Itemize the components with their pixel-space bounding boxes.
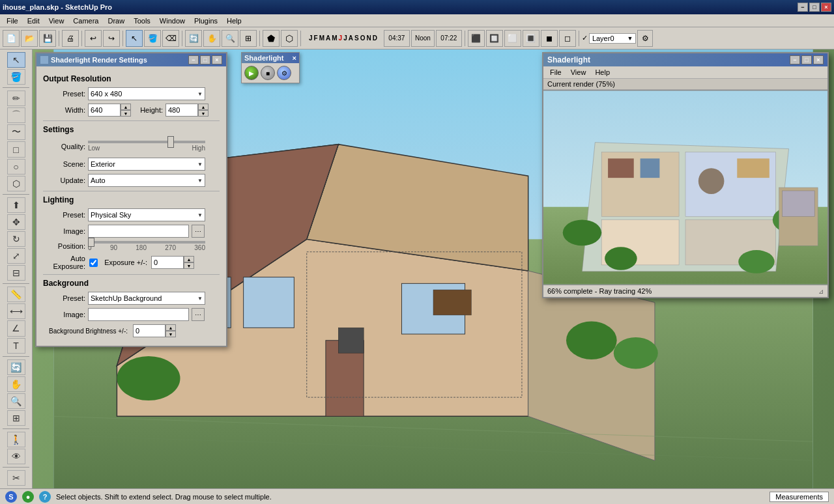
bg-brightness-input[interactable] (133, 324, 165, 337)
tool-look[interactable]: 👁 (7, 449, 25, 464)
exposure-spinner[interactable]: ▲ ▼ (151, 256, 194, 269)
toolbar-orbit[interactable]: 🔄 (185, 30, 202, 47)
tool-protractor[interactable]: ∠ (7, 320, 25, 336)
tool-scale[interactable]: ⤢ (7, 248, 25, 264)
shaderlight-mini-close-btn[interactable]: × (293, 54, 296, 62)
render-settings-title[interactable]: Shaderlight Render Settings − □ × (36, 53, 226, 66)
tool-circle[interactable]: ○ (7, 159, 25, 175)
render-window-max-btn[interactable]: □ (801, 55, 812, 64)
preset-select[interactable]: 640 x 480 800 x 600 1024 x 768 Custom (88, 87, 205, 100)
month-N[interactable]: N (366, 35, 371, 42)
month-A2[interactable]: A (349, 35, 353, 42)
menu-plugins[interactable]: Plugins (190, 16, 222, 26)
month-F[interactable]: F (314, 35, 318, 42)
menu-draw[interactable]: Draw (104, 16, 128, 26)
tool-polygon[interactable]: ⬡ (7, 176, 25, 191)
bg-brightness-down-btn[interactable]: ▼ (165, 331, 176, 337)
toolbar-eraser[interactable]: ⌫ (162, 30, 179, 47)
tool-rect[interactable]: □ (7, 141, 25, 157)
quality-slider-track[interactable] (88, 141, 205, 143)
title-bar-controls[interactable]: − □ × (798, 3, 831, 12)
toolbar-open[interactable]: 📂 (21, 30, 38, 47)
position-slider-track[interactable] (88, 241, 205, 244)
tool-paint[interactable]: 🪣 (7, 69, 25, 85)
width-up-btn[interactable]: ▲ (121, 104, 131, 110)
menu-camera[interactable]: Camera (69, 16, 102, 26)
bg-image-browse-btn[interactable]: ⋯ (192, 308, 205, 321)
render-settings-min-btn[interactable]: − (188, 55, 199, 64)
lighting-preset-select[interactable]: Physical Sky Artificial Lights HDR Image (88, 208, 205, 221)
toolbar-scene-btn[interactable]: ⚙ (637, 30, 653, 47)
height-up-btn[interactable]: ▲ (198, 104, 208, 110)
tool-text[interactable]: T (7, 338, 25, 354)
shaderlight-settings-btn[interactable]: ⚙ (277, 66, 291, 80)
rw-menu-view[interactable]: View (567, 68, 590, 77)
toolbar-views2[interactable]: 🔲 (486, 30, 503, 47)
layer-selector[interactable]: Layer0 ▼ (589, 33, 637, 44)
tool-walkthrough[interactable]: 🚶 (7, 432, 25, 447)
exposure-input[interactable] (151, 256, 184, 269)
bg-image-input[interactable] (88, 308, 189, 321)
tool-freehand[interactable]: 〜 (7, 124, 25, 140)
auto-exposure-checkbox[interactable] (89, 259, 98, 267)
preset-select-wrapper[interactable]: 640 x 480 800 x 600 1024 x 768 Custom (88, 87, 205, 100)
scene-select-wrapper[interactable]: Exterior Interior (88, 158, 205, 171)
tool-tape[interactable]: 📏 (7, 287, 25, 302)
lighting-image-browse-btn[interactable]: ⋯ (192, 225, 205, 238)
bg-brightness-spinner[interactable]: ▲ ▼ (133, 324, 176, 337)
position-slider-container[interactable]: 0 90 180 270 360 (88, 241, 205, 251)
width-spinner[interactable]: ▲ ▼ (88, 104, 131, 117)
menu-edit[interactable]: Edit (23, 16, 44, 26)
month-J2[interactable]: J (339, 35, 343, 42)
toolbar-paint[interactable]: 🪣 (144, 30, 161, 47)
toolbar-new[interactable]: 📄 (3, 30, 20, 47)
toolbar-save[interactable]: 💾 (39, 30, 56, 47)
toolbar-render-btn2[interactable]: ⬡ (281, 30, 298, 47)
viewport[interactable]: Shaderlight × ▶ ■ ⚙ Shaderlight Render S… (33, 49, 834, 488)
toolbar-print[interactable]: 🖨 (62, 30, 79, 47)
render-settings-max-btn[interactable]: □ (200, 55, 210, 64)
toolbar-views[interactable]: ⬛ (468, 30, 485, 47)
shaderlight-play-btn[interactable]: ▶ (244, 66, 259, 80)
render-settings-close-btn[interactable]: × (212, 55, 222, 64)
month-M2[interactable]: M (332, 35, 337, 42)
width-down-btn[interactable]: ▼ (121, 110, 131, 117)
render-window-close-btn[interactable]: × (813, 55, 824, 64)
menu-tools[interactable]: Tools (130, 16, 154, 26)
shaderlight-mini-title[interactable]: Shaderlight × (242, 53, 299, 63)
maximize-button[interactable]: □ (809, 3, 820, 12)
render-window-title[interactable]: Shaderlight − □ × (543, 53, 827, 66)
exposure-down-btn[interactable]: ▼ (184, 262, 194, 269)
height-spinner[interactable]: ▲ ▼ (165, 104, 208, 117)
render-settings-controls[interactable]: − □ × (188, 55, 222, 64)
month-S[interactable]: S (354, 35, 359, 42)
bg-brightness-up-btn[interactable]: ▲ (165, 324, 176, 331)
resize-handle[interactable]: ⊿ (818, 288, 824, 295)
height-input[interactable] (165, 104, 198, 117)
toolbar-zoom[interactable]: 🔍 (222, 30, 238, 47)
toolbar-views3[interactable]: ⬜ (504, 30, 521, 47)
toolbar-select[interactable]: ↖ (126, 30, 143, 47)
tool-orbit[interactable]: 🔄 (7, 359, 25, 375)
tool-select[interactable]: ↖ (7, 52, 25, 68)
month-J3[interactable]: J (343, 35, 347, 42)
tool-pan[interactable]: ✋ (7, 376, 25, 392)
rw-menu-file[interactable]: File (546, 68, 566, 77)
quality-slider-container[interactable]: Low High (88, 138, 205, 154)
menu-file[interactable]: File (3, 16, 22, 26)
toolbar-undo[interactable]: ↩ (85, 30, 102, 47)
toolbar-views4[interactable]: 🔳 (523, 30, 539, 47)
toolbar-render-btn1[interactable]: ⬟ (263, 30, 280, 47)
bg-preset-select-wrapper[interactable]: SketchUp Background Physical Sky Custom … (88, 292, 205, 305)
menu-view[interactable]: View (45, 16, 68, 26)
shaderlight-stop-btn[interactable]: ■ (261, 66, 275, 80)
update-select-wrapper[interactable]: Auto Manual (88, 174, 205, 187)
scene-select[interactable]: Exterior Interior (88, 158, 205, 171)
tool-offset[interactable]: ⊟ (7, 265, 25, 281)
minimize-button[interactable]: − (798, 3, 808, 12)
menu-window[interactable]: Window (156, 16, 189, 26)
tool-section[interactable]: ✂ (7, 470, 25, 486)
exposure-up-btn[interactable]: ▲ (184, 256, 194, 262)
lighting-image-input[interactable] (88, 225, 189, 238)
bg-preset-select[interactable]: SketchUp Background Physical Sky Custom … (88, 292, 205, 305)
